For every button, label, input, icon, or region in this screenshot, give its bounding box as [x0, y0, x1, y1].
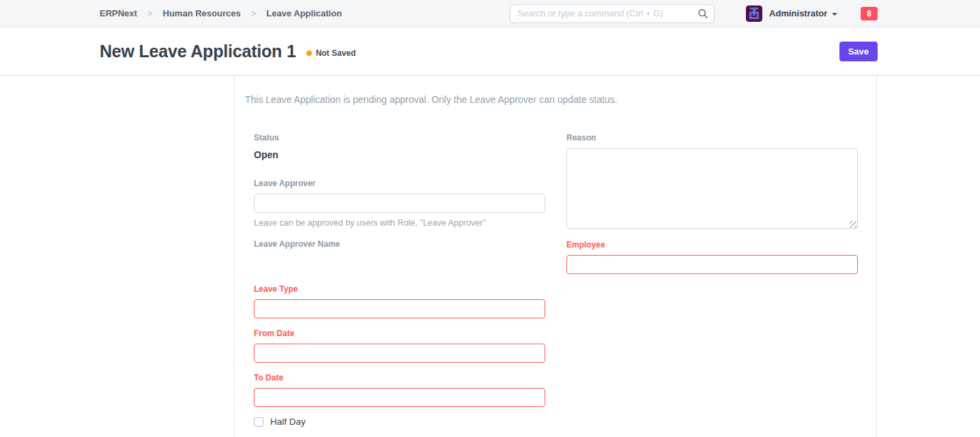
field-leave-approver: Leave Approver Leave can be approved by … [254, 179, 545, 228]
user-name: Administrator [769, 8, 827, 18]
leave-type-label: Leave Type [254, 284, 545, 294]
leave-type-input[interactable] [254, 299, 545, 318]
field-reason: Reason [566, 133, 858, 229]
form-grid: Status Open Leave Approver Leave can be … [235, 133, 876, 427]
reason-label: Reason [566, 133, 858, 142]
half-day-label[interactable]: Half Day [270, 417, 306, 427]
employee-input[interactable] [566, 255, 858, 274]
field-leave-approver-name: Leave Approver Name [254, 239, 545, 249]
field-status: Status Open [254, 133, 545, 160]
employee-label: Employee [566, 240, 858, 250]
to-date-input[interactable] [254, 388, 545, 407]
field-leave-type: Leave Type [254, 284, 545, 318]
page-head: New Leave Application 1 Not Saved Save [0, 27, 980, 76]
user-menu[interactable]: Administrator [746, 5, 837, 22]
form-container: This Leave Application is pending approv… [234, 76, 877, 437]
leave-approver-label: Leave Approver [254, 179, 545, 188]
reason-textarea[interactable] [566, 148, 858, 229]
from-date-label: From Date [254, 329, 545, 338]
search-icon [697, 8, 708, 19]
field-to-date: To Date [254, 373, 545, 407]
doc-status-indicator: Not Saved [306, 48, 356, 58]
breadcrumb-leave-application[interactable]: Leave Application [266, 8, 342, 18]
field-from-date: From Date [254, 329, 545, 363]
page-content: This Leave Application is pending approv… [0, 76, 980, 437]
notifications-badge[interactable]: 8 [861, 7, 878, 20]
field-half-day: Half Day [254, 417, 545, 427]
search-input[interactable] [510, 4, 715, 23]
leave-approver-input[interactable] [254, 194, 545, 213]
page-title: New Leave Application 1 [100, 42, 296, 61]
leave-approver-help: Leave can be approved by users with Role… [254, 218, 545, 228]
pending-approval-notice: This Leave Application is pending approv… [235, 94, 876, 105]
status-label: Status [254, 133, 545, 142]
field-employee: Employee [566, 240, 858, 274]
global-search [510, 4, 715, 23]
form-column-right: Reason Employee [566, 133, 858, 427]
navbar: ERPNext > Human Resources > Leave Applic… [0, 0, 980, 27]
avatar [746, 5, 762, 22]
breadcrumb-human-resources[interactable]: Human Resources [163, 8, 241, 18]
breadcrumb-separator-icon: > [147, 8, 153, 18]
from-date-input[interactable] [254, 344, 545, 363]
status-value: Open [254, 149, 545, 160]
to-date-label: To Date [254, 373, 545, 382]
breadcrumb-erpnext[interactable]: ERPNext [100, 8, 137, 18]
doc-status-text: Not Saved [316, 48, 356, 58]
breadcrumb-separator-icon: > [251, 8, 257, 18]
save-button[interactable]: Save [839, 42, 878, 61]
chevron-down-icon [832, 13, 837, 16]
not-saved-dot-icon [306, 50, 312, 56]
breadcrumb: ERPNext > Human Resources > Leave Applic… [100, 8, 342, 18]
half-day-checkbox[interactable] [254, 417, 263, 427]
form-column-left: Status Open Leave Approver Leave can be … [254, 133, 545, 427]
leave-approver-name-label: Leave Approver Name [254, 239, 545, 249]
